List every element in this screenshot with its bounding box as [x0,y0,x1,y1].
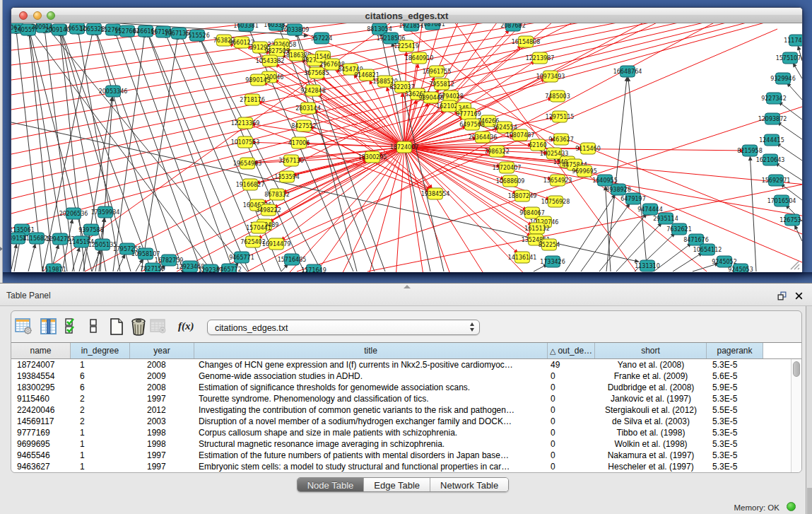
cell-name[interactable]: 9463627 [11,461,71,472]
table-row[interactable]: 1872400712008Changes of HCN gene express… [11,359,801,370]
cell-out_de[interactable]: 0 [548,416,595,427]
show-columns-icon[interactable] [40,317,57,338]
cell-short[interactable]: Yano et al. (2008) [595,359,707,370]
column-header-short[interactable]: short [595,343,707,358]
cell-short[interactable]: Nakamura et al. (1997) [595,450,707,461]
column-header-name[interactable]: name [11,343,71,358]
row-height-icon[interactable] [89,317,98,337]
cell-year[interactable]: 2003 [130,416,194,427]
cell-pagerank[interactable]: 5.3E-5 [707,427,763,438]
cell-title[interactable]: Estimation of the future numbers of pati… [194,450,548,461]
function-builder-icon[interactable]: f(x) [178,320,194,332]
cell-title[interactable]: Structural magnetic resonance image aver… [194,438,548,450]
table-row[interactable]: 2242004622012Investigating the contribut… [11,404,801,416]
graph-edge[interactable] [628,77,647,271]
cell-name[interactable]: 18724007 [11,359,71,370]
cell-short[interactable]: Jankovic et al. (1997) [595,393,707,404]
tab-node-table[interactable]: Node Table [298,478,365,491]
table-row[interactable]: 977716911998Corpus callosum shape and si… [11,427,801,438]
cell-pagerank[interactable]: 5.3E-5 [707,416,763,427]
network-canvas[interactable]: 1406201140557142009141200914061065329106… [11,23,802,272]
float-window-icon[interactable] [777,291,787,300]
graph-edge[interactable] [750,156,756,271]
cell-short[interactable]: Franke et al. (2009) [595,370,707,382]
cell-short[interactable]: de Silva et al. (2003) [595,416,707,427]
table-row[interactable]: 1456911722003Disruption of a novel membe… [11,416,801,427]
cell-out_de[interactable]: 0 [548,438,595,450]
graph-edge[interactable] [283,147,404,272]
graph-edge[interactable] [367,147,404,272]
graph-edge[interactable] [148,33,233,271]
network-window-titlebar[interactable]: citations_edges.txt [11,8,802,23]
cell-title[interactable]: Tourette syndrome. Phenomenology and cla… [194,393,548,404]
table-row[interactable]: 946554611997Estimation of the future num… [11,450,801,461]
graph-edge[interactable] [96,31,184,271]
cell-title[interactable]: Estimation of significance thresholds fo… [194,382,548,393]
cell-in_degree[interactable]: 1 [71,359,130,370]
cell-year[interactable]: 1998 [130,427,194,438]
scrollbar-thumb[interactable] [793,361,800,377]
cell-title[interactable]: Disruption of a novel member of a sodium… [194,416,548,427]
graph-edge[interactable] [404,147,424,272]
select-all-icon[interactable] [65,317,80,337]
cell-title[interactable]: Corpus callosum shape and size in male p… [194,427,548,438]
cell-year[interactable]: 1997 [130,450,194,461]
cell-pagerank[interactable]: 5.5E-5 [707,404,763,416]
graph-edge[interactable] [404,147,744,151]
cell-pagerank[interactable]: 5.3E-5 [707,438,763,450]
graph-edge[interactable] [47,28,247,271]
table-row[interactable]: 969969511998Structural magnetic resonanc… [11,438,801,450]
cell-out_de[interactable]: 0 [548,393,595,404]
tab-network-table[interactable]: Network Table [430,478,508,491]
cell-in_degree[interactable]: 2 [71,404,130,416]
cell-pagerank[interactable]: 5.3E-5 [707,393,763,404]
new-table-icon[interactable] [109,317,124,339]
cell-year[interactable]: 1997 [130,461,194,472]
cell-year[interactable]: 2008 [130,382,194,393]
cell-title[interactable]: Changes of HCN gene expression and I(f) … [194,359,548,370]
cell-year[interactable]: 1997 [130,393,194,404]
cell-in_degree[interactable]: 2 [71,416,130,427]
cell-title[interactable]: Investigating the contribution of common… [194,404,548,416]
close-panel-icon[interactable] [794,291,804,300]
cell-out_de[interactable]: 0 [548,450,595,461]
cell-in_degree[interactable]: 1 [71,438,130,450]
table-vertical-scrollbar[interactable] [791,359,801,472]
cell-pagerank[interactable]: 5.9E-5 [707,382,763,393]
cell-name[interactable]: 9699695 [11,438,71,450]
window-resize-grip[interactable] [789,259,800,270]
cell-year[interactable]: 1998 [130,438,194,450]
cell-title[interactable]: Embryonic stem cells: a model to study s… [194,461,548,472]
column-header-in_degree[interactable]: in_degree [71,343,130,358]
table-row[interactable]: 911546021997Tourette syndrome. Phenomeno… [11,393,801,404]
cell-short[interactable]: Tibbo et al. (1998) [595,427,707,438]
cell-in_degree[interactable]: 6 [71,370,130,382]
cell-short[interactable]: Wolkin et al. (1998) [595,438,707,450]
column-header-out_de[interactable]: △out_de… [548,343,595,358]
cell-short[interactable]: Hescheler et al. (1997) [595,461,707,472]
table-row[interactable]: 1938455462009Genome‐wide association stu… [11,370,801,382]
network-graph[interactable]: 1406201140557142009141200914061065329106… [11,23,802,272]
table-settings-icon[interactable] [15,317,33,338]
graph-edge[interactable] [581,204,630,271]
cell-name[interactable]: 18300295 [11,382,71,393]
graph-edge[interactable] [148,33,249,271]
cell-in_degree[interactable]: 6 [71,382,130,393]
splitter-grip-icon[interactable] [404,285,411,288]
cell-out_de[interactable]: 49 [548,359,595,370]
column-header-title[interactable]: title [194,343,548,358]
collapse-panel-arrow-icon[interactable] [0,247,3,251]
cell-out_de[interactable]: 0 [548,382,595,393]
cell-in_degree[interactable]: 2 [71,393,130,404]
column-header-year[interactable]: year [130,343,194,358]
memory-status-indicator[interactable] [787,502,796,511]
cell-name[interactable]: 9777169 [11,427,71,438]
cell-name[interactable]: 9115460 [11,393,71,404]
cell-year[interactable]: 2009 [130,370,194,382]
cell-pagerank[interactable]: 5.3E-5 [707,450,763,461]
cell-title[interactable]: Genome‐wide association studies in ADHD. [194,370,548,382]
cell-out_de[interactable]: 0 [548,427,595,438]
cell-year[interactable]: 2008 [130,359,194,370]
table-row[interactable]: 946362711997Embryonic stem cells: a mode… [11,461,801,472]
column-header-pagerank[interactable]: pagerank [707,343,763,358]
